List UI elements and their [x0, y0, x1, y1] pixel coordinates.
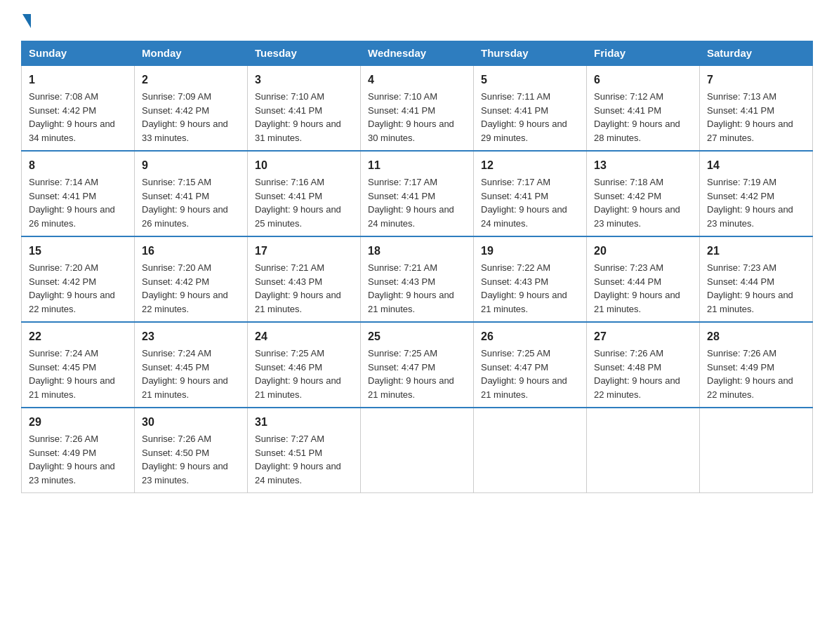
calendar-cell — [700, 408, 813, 493]
day-number: 9 — [142, 157, 240, 174]
logo-arrow-icon — [22, 14, 31, 28]
day-number: 24 — [255, 328, 353, 345]
day-number: 31 — [255, 414, 353, 431]
calendar-header: SundayMondayTuesdayWednesdayThursdayFrid… — [22, 41, 813, 66]
day-number: 19 — [481, 243, 579, 260]
day-info: Sunrise: 7:15 AMSunset: 4:41 PMDaylight:… — [142, 175, 240, 230]
day-number: 18 — [368, 243, 466, 260]
day-info: Sunrise: 7:21 AMSunset: 4:43 PMDaylight:… — [368, 261, 466, 316]
calendar-cell: 26Sunrise: 7:25 AMSunset: 4:47 PMDayligh… — [474, 322, 587, 408]
day-info: Sunrise: 7:26 AMSunset: 4:49 PMDaylight:… — [707, 347, 805, 401]
calendar-cell — [361, 408, 474, 493]
day-number: 28 — [707, 328, 805, 345]
day-number: 3 — [255, 72, 353, 88]
calendar-cell: 29Sunrise: 7:26 AMSunset: 4:49 PMDayligh… — [22, 408, 135, 493]
day-number: 6 — [594, 72, 692, 88]
col-header-monday: Monday — [135, 41, 248, 66]
calendar-week-5: 29Sunrise: 7:26 AMSunset: 4:49 PMDayligh… — [22, 408, 813, 493]
calendar-cell: 13Sunrise: 7:18 AMSunset: 4:42 PMDayligh… — [587, 151, 700, 236]
day-number: 29 — [29, 414, 127, 431]
calendar-cell: 25Sunrise: 7:25 AMSunset: 4:47 PMDayligh… — [361, 322, 474, 408]
day-number: 23 — [142, 328, 240, 345]
day-number: 21 — [707, 243, 805, 260]
day-number: 5 — [481, 72, 579, 88]
calendar-cell: 6Sunrise: 7:12 AMSunset: 4:41 PMDaylight… — [587, 65, 700, 151]
col-header-saturday: Saturday — [700, 41, 813, 66]
day-info: Sunrise: 7:18 AMSunset: 4:42 PMDaylight:… — [594, 175, 692, 230]
calendar-cell: 7Sunrise: 7:13 AMSunset: 4:41 PMDaylight… — [700, 65, 813, 151]
calendar-cell: 14Sunrise: 7:19 AMSunset: 4:42 PMDayligh… — [700, 151, 813, 236]
col-header-tuesday: Tuesday — [248, 41, 361, 66]
calendar-cell: 21Sunrise: 7:23 AMSunset: 4:44 PMDayligh… — [700, 236, 813, 322]
day-info: Sunrise: 7:13 AMSunset: 4:41 PMDaylight:… — [707, 90, 805, 145]
calendar-week-2: 8Sunrise: 7:14 AMSunset: 4:41 PMDaylight… — [22, 151, 813, 236]
day-info: Sunrise: 7:20 AMSunset: 4:42 PMDaylight:… — [142, 261, 240, 316]
day-info: Sunrise: 7:14 AMSunset: 4:41 PMDaylight:… — [29, 175, 127, 230]
day-info: Sunrise: 7:17 AMSunset: 4:41 PMDaylight:… — [481, 175, 579, 230]
calendar-cell: 8Sunrise: 7:14 AMSunset: 4:41 PMDaylight… — [22, 151, 135, 236]
calendar-cell: 24Sunrise: 7:25 AMSunset: 4:46 PMDayligh… — [248, 322, 361, 408]
day-info: Sunrise: 7:08 AMSunset: 4:42 PMDaylight:… — [29, 90, 127, 145]
calendar-cell: 31Sunrise: 7:27 AMSunset: 4:51 PMDayligh… — [248, 408, 361, 493]
calendar-cell: 27Sunrise: 7:26 AMSunset: 4:48 PMDayligh… — [587, 322, 700, 408]
day-number: 26 — [481, 328, 579, 345]
day-number: 7 — [707, 72, 805, 88]
day-number: 30 — [142, 414, 240, 431]
calendar-table: SundayMondayTuesdayWednesdayThursdayFrid… — [21, 41, 813, 493]
day-number: 14 — [707, 157, 805, 174]
calendar-cell: 17Sunrise: 7:21 AMSunset: 4:43 PMDayligh… — [248, 236, 361, 322]
day-number: 22 — [29, 328, 127, 345]
calendar-cell: 20Sunrise: 7:23 AMSunset: 4:44 PMDayligh… — [587, 236, 700, 322]
calendar-week-1: 1Sunrise: 7:08 AMSunset: 4:42 PMDaylight… — [22, 65, 813, 151]
calendar-week-3: 15Sunrise: 7:20 AMSunset: 4:42 PMDayligh… — [22, 236, 813, 322]
day-number: 25 — [368, 328, 466, 345]
col-header-friday: Friday — [587, 41, 700, 66]
calendar-cell: 30Sunrise: 7:26 AMSunset: 4:50 PMDayligh… — [135, 408, 248, 493]
calendar-cell: 16Sunrise: 7:20 AMSunset: 4:42 PMDayligh… — [135, 236, 248, 322]
day-number: 2 — [142, 72, 240, 88]
day-info: Sunrise: 7:25 AMSunset: 4:47 PMDaylight:… — [368, 347, 466, 401]
calendar-cell: 18Sunrise: 7:21 AMSunset: 4:43 PMDayligh… — [361, 236, 474, 322]
day-info: Sunrise: 7:22 AMSunset: 4:43 PMDaylight:… — [481, 261, 579, 316]
day-info: Sunrise: 7:10 AMSunset: 4:41 PMDaylight:… — [368, 90, 466, 145]
logo — [21, 14, 31, 28]
calendar-cell: 23Sunrise: 7:24 AMSunset: 4:45 PMDayligh… — [135, 322, 248, 408]
day-info: Sunrise: 7:16 AMSunset: 4:41 PMDaylight:… — [255, 175, 353, 230]
day-number: 17 — [255, 243, 353, 260]
day-number: 12 — [481, 157, 579, 174]
day-info: Sunrise: 7:12 AMSunset: 4:41 PMDaylight:… — [594, 90, 692, 145]
calendar-cell — [587, 408, 700, 493]
day-info: Sunrise: 7:19 AMSunset: 4:42 PMDaylight:… — [707, 175, 805, 230]
day-info: Sunrise: 7:23 AMSunset: 4:44 PMDaylight:… — [594, 261, 692, 316]
day-info: Sunrise: 7:24 AMSunset: 4:45 PMDaylight:… — [142, 347, 240, 401]
day-info: Sunrise: 7:26 AMSunset: 4:49 PMDaylight:… — [29, 432, 127, 487]
day-number: 20 — [594, 243, 692, 260]
day-number: 4 — [368, 72, 466, 88]
col-header-sunday: Sunday — [22, 41, 135, 66]
calendar-cell: 22Sunrise: 7:24 AMSunset: 4:45 PMDayligh… — [22, 322, 135, 408]
calendar-body: 1Sunrise: 7:08 AMSunset: 4:42 PMDaylight… — [22, 65, 813, 493]
day-number: 10 — [255, 157, 353, 174]
calendar-cell: 1Sunrise: 7:08 AMSunset: 4:42 PMDaylight… — [22, 65, 135, 151]
calendar-cell: 9Sunrise: 7:15 AMSunset: 4:41 PMDaylight… — [135, 151, 248, 236]
day-number: 1 — [29, 72, 127, 88]
calendar-cell: 4Sunrise: 7:10 AMSunset: 4:41 PMDaylight… — [361, 65, 474, 151]
day-number: 11 — [368, 157, 466, 174]
day-info: Sunrise: 7:25 AMSunset: 4:46 PMDaylight:… — [255, 347, 353, 401]
calendar-cell: 3Sunrise: 7:10 AMSunset: 4:41 PMDaylight… — [248, 65, 361, 151]
day-info: Sunrise: 7:25 AMSunset: 4:47 PMDaylight:… — [481, 347, 579, 401]
day-info: Sunrise: 7:27 AMSunset: 4:51 PMDaylight:… — [255, 432, 353, 487]
day-info: Sunrise: 7:09 AMSunset: 4:42 PMDaylight:… — [142, 90, 240, 145]
day-info: Sunrise: 7:24 AMSunset: 4:45 PMDaylight:… — [29, 347, 127, 401]
calendar-cell: 19Sunrise: 7:22 AMSunset: 4:43 PMDayligh… — [474, 236, 587, 322]
day-number: 15 — [29, 243, 127, 260]
calendar-cell: 11Sunrise: 7:17 AMSunset: 4:41 PMDayligh… — [361, 151, 474, 236]
calendar-cell: 12Sunrise: 7:17 AMSunset: 4:41 PMDayligh… — [474, 151, 587, 236]
day-info: Sunrise: 7:21 AMSunset: 4:43 PMDaylight:… — [255, 261, 353, 316]
day-info: Sunrise: 7:17 AMSunset: 4:41 PMDaylight:… — [368, 175, 466, 230]
day-number: 8 — [29, 157, 127, 174]
day-info: Sunrise: 7:20 AMSunset: 4:42 PMDaylight:… — [29, 261, 127, 316]
day-info: Sunrise: 7:23 AMSunset: 4:44 PMDaylight:… — [707, 261, 805, 316]
col-header-wednesday: Wednesday — [361, 41, 474, 66]
calendar-cell: 5Sunrise: 7:11 AMSunset: 4:41 PMDaylight… — [474, 65, 587, 151]
